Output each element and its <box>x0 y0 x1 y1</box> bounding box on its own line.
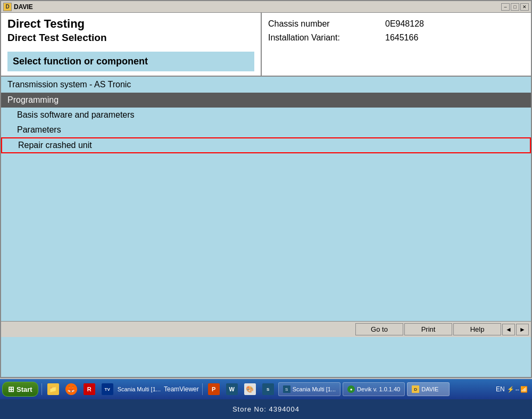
close-button[interactable]: ✕ <box>520 3 529 11</box>
taskbar-app-devik[interactable]: ● Devik v. 1.0.1.40 <box>343 382 405 396</box>
windows-logo-icon: ⊞ <box>8 385 14 393</box>
goto-button[interactable]: Go to <box>355 323 403 335</box>
start-button[interactable]: ⊞ Start <box>2 382 38 397</box>
title-bar: D DAVIE – □ ✕ <box>1 1 531 13</box>
chassis-info: Chassis number 0E948128 Installation Var… <box>268 17 525 44</box>
window-icon: D <box>3 3 12 11</box>
window-title: DAVIE <box>14 3 33 11</box>
next-nav-button[interactable]: ► <box>516 324 529 335</box>
header-area: Direct Testing Direct Test Selection Sel… <box>1 13 531 77</box>
tray-icon-1[interactable]: ⚡ <box>507 386 514 393</box>
menu-item-repair-crashed[interactable]: Repair crashed unit <box>1 137 531 153</box>
direct-testing-label: Direct Testing <box>7 17 254 31</box>
header-top-titles: Direct Testing Direct Test Selection <box>7 17 254 44</box>
taskbar-bottom: Store No: 4394004 <box>0 399 532 419</box>
help-button[interactable]: Help <box>453 323 501 335</box>
bottom-buttons: Go to Print Help ◄ ► <box>1 321 531 337</box>
title-bar-controls: – □ ✕ <box>501 3 529 11</box>
taskbar-icon-word[interactable]: W <box>224 382 240 397</box>
menu-item-basis-software[interactable]: Basis software and parameters <box>1 108 531 122</box>
taskbar-app-scania[interactable]: S Scania Multi [1... <box>278 382 340 396</box>
taskbar-icon-powerpoint[interactable]: P <box>206 382 222 397</box>
tray-icon-3[interactable]: 📶 <box>520 386 528 393</box>
minimize-button[interactable]: – <box>501 3 510 11</box>
menu-item-parameters[interactable]: Parameters <box>1 122 531 137</box>
store-number: Store No: 4394004 <box>232 405 300 413</box>
print-button[interactable]: Print <box>404 323 452 335</box>
header-left: Direct Testing Direct Test Selection Sel… <box>1 13 262 76</box>
taskbar-separator-2 <box>202 383 203 395</box>
select-function-label: Select function or component <box>7 52 254 71</box>
language-indicator: EN <box>496 385 505 393</box>
system-tray: EN ⚡ -- 📶 <box>496 385 530 393</box>
taskbar: ⊞ Start 📁 🦊 R TV Scania Multi [1... Team… <box>0 379 532 419</box>
menu-item-programming[interactable]: Programming <box>1 93 531 108</box>
title-bar-left: D DAVIE <box>3 3 33 11</box>
taskbar-icon-paint[interactable]: 🎨 <box>242 382 258 397</box>
taskbar-icon-teamviewer[interactable]: TV <box>99 382 115 397</box>
teamviewer-text: TeamViewer <box>164 385 199 393</box>
transmission-label: Transmission system - AS Tronic <box>1 77 531 93</box>
maximize-button[interactable]: □ <box>511 3 519 11</box>
tray-icon-2[interactable]: -- <box>516 386 519 393</box>
taskbar-separator-1 <box>41 383 42 395</box>
menu-list: Programming Basis software and parameter… <box>1 93 531 153</box>
direct-test-selection-label: Direct Test Selection <box>7 32 254 44</box>
teamviewer-label: Scania Multi [1... <box>118 386 161 392</box>
chassis-number-value: 0E948128 <box>385 17 424 31</box>
installation-variant-row: Installation Variant: 1645166 <box>268 31 525 45</box>
taskbar-top: ⊞ Start 📁 🦊 R TV Scania Multi [1... Team… <box>0 379 532 399</box>
tray-icons: ⚡ -- 📶 <box>507 386 528 393</box>
header-right: Chassis number 0E948128 Installation Var… <box>262 13 531 76</box>
taskbar-icon-explorer[interactable]: 📁 <box>45 382 61 397</box>
chassis-number-row: Chassis number 0E948128 <box>268 17 525 31</box>
taskbar-app-davie[interactable]: D DAVIE <box>407 382 450 396</box>
installation-variant-value: 1645166 <box>385 31 418 45</box>
chassis-number-label: Chassis number <box>268 17 375 31</box>
taskbar-icon-app3[interactable]: R <box>81 382 97 397</box>
taskbar-icon-scania[interactable]: S <box>260 382 276 397</box>
installation-variant-label: Installation Variant: <box>268 31 375 45</box>
prev-nav-button[interactable]: ◄ <box>502 324 515 335</box>
taskbar-icon-firefox[interactable]: 🦊 <box>63 382 79 397</box>
main-window: D DAVIE – □ ✕ Direct Testing Direct Test… <box>0 0 532 378</box>
